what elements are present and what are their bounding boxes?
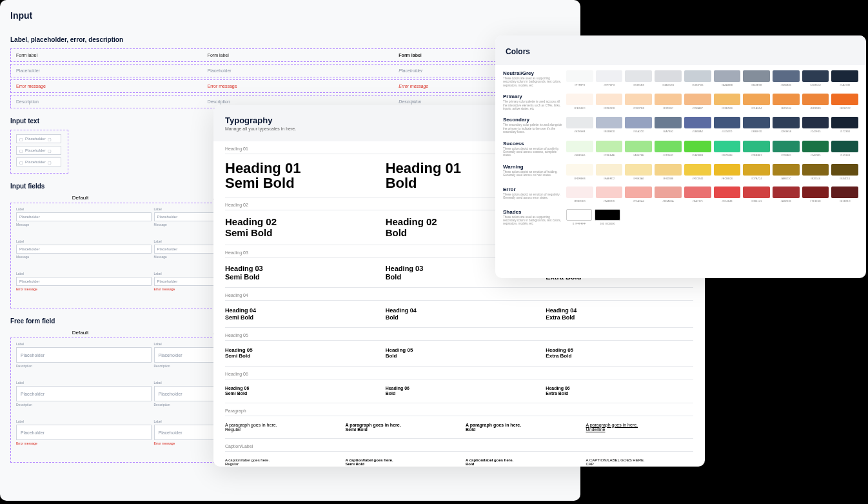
heading-03-semibold: Heading 03Semi Bold bbox=[225, 265, 373, 281]
swatch: #172334 bbox=[831, 117, 858, 133]
color-group-title: Warning bbox=[503, 164, 562, 170]
color-row-success: SuccessThese colors depict an emotion of… bbox=[503, 141, 858, 157]
input-text-field[interactable]: ▢Placeholder▢ bbox=[16, 157, 61, 166]
swatch: #3B4F70 bbox=[743, 117, 770, 133]
heading-06-semibold: Heading 06Semi Bold bbox=[225, 386, 373, 396]
color-chip bbox=[595, 209, 620, 221]
swatch: #2BBB81 bbox=[743, 141, 770, 157]
freeform-default[interactable]: Placeholder bbox=[16, 386, 152, 401]
type-section-label: Heading 06 bbox=[225, 367, 693, 379]
color-code: #5AD83B bbox=[692, 154, 703, 157]
swatch: #FDE5D0 bbox=[596, 94, 623, 110]
swatch: #EBF9E6 bbox=[566, 141, 593, 157]
swatch: #D04141 bbox=[743, 186, 770, 203]
color-chip bbox=[655, 141, 682, 152]
placeholder-text: Placeholder bbox=[208, 68, 373, 73]
color-code: #5B6BA2 bbox=[692, 130, 703, 133]
placeholder-text: Placeholder bbox=[16, 68, 182, 73]
color-chip bbox=[831, 94, 858, 105]
freeform-error-default[interactable]: Placeholder bbox=[16, 425, 152, 440]
swatch: #FDF8EB bbox=[566, 164, 593, 180]
color-code: 100 #000000 bbox=[600, 222, 615, 225]
heading-04-bold: Heading 04Bold bbox=[386, 307, 533, 321]
color-chip bbox=[714, 94, 741, 105]
swatch: #848E9B bbox=[743, 70, 770, 86]
paragraph-underline: A paragraph goes in here.Underline bbox=[586, 423, 694, 432]
color-chip bbox=[625, 141, 652, 152]
color-code: #228B65 bbox=[781, 154, 791, 157]
color-group-desc: These colors depict an emotion of positi… bbox=[503, 147, 562, 157]
error-text: Error message bbox=[208, 84, 373, 88]
type-section-label: Heading 04 bbox=[225, 288, 693, 301]
swatch: #D7A724 bbox=[743, 164, 770, 180]
input-field-error-default[interactable]: Placeholder bbox=[16, 277, 152, 286]
color-code: #D7A724 bbox=[751, 177, 762, 180]
swatch: #EDA49A bbox=[655, 186, 682, 203]
description-text: Description bbox=[16, 99, 182, 104]
swatch: #ED8539 bbox=[802, 94, 829, 110]
color-code: #F4D388 bbox=[663, 177, 673, 180]
heading-02-semibold: Heading 02Semi Bold bbox=[225, 217, 373, 238]
color-code: #145343 bbox=[840, 154, 850, 157]
input-field-default[interactable]: Placeholder bbox=[16, 212, 152, 221]
input-field-default[interactable]: Placeholder bbox=[16, 245, 152, 254]
color-code: #41567D bbox=[722, 130, 732, 133]
color-chip bbox=[831, 164, 858, 176]
swatch: #74DE62 bbox=[655, 141, 682, 157]
color-code: #3B4F70 bbox=[751, 130, 762, 133]
swatch: #2E3E58 bbox=[773, 117, 800, 133]
color-chip bbox=[802, 94, 829, 105]
color-code: #FEF4EC bbox=[574, 106, 586, 110]
color-chip bbox=[596, 164, 623, 176]
color-code: #B5BED0 bbox=[604, 130, 615, 133]
color-chip bbox=[566, 94, 593, 105]
color-group-title: Shades bbox=[503, 209, 562, 215]
color-code: #2D3C52 bbox=[810, 83, 821, 86]
color-chip bbox=[596, 70, 623, 82]
swatch: #C0EFAE bbox=[596, 141, 623, 157]
color-chip bbox=[802, 70, 829, 82]
input-text-field[interactable]: ▢Placeholder▢ bbox=[16, 146, 61, 155]
placeholder-row: Placeholder Placeholder Placeholder bbox=[10, 64, 570, 77]
color-chip bbox=[684, 70, 711, 82]
color-chip bbox=[625, 186, 652, 198]
swatch: #EF9244 bbox=[773, 94, 800, 110]
color-chip bbox=[596, 186, 623, 198]
color-code: #74DE62 bbox=[663, 154, 674, 157]
swatch: #F8E3A6 bbox=[625, 164, 652, 180]
color-group-desc: The secondary color palette is used alon… bbox=[503, 123, 562, 134]
type-section-label: Caption/Label bbox=[225, 439, 693, 452]
heading-04-extrabold: Heading 04Extra Bold bbox=[546, 307, 693, 321]
swatch: #FAEFD2 bbox=[596, 164, 623, 180]
color-chip bbox=[566, 117, 593, 128]
color-row-secondary: SecondaryThe secondary color palette is … bbox=[503, 117, 858, 134]
color-code: #E54848 bbox=[722, 199, 732, 203]
form-label-row: Form label Form label Form label bbox=[10, 48, 570, 62]
input-text-field[interactable]: ▢Placeholder▢ bbox=[16, 134, 61, 143]
freeform-default[interactable]: Placeholder bbox=[16, 347, 152, 363]
caption-cap: A CAPTION/LABEL GOES HERE.CAP bbox=[586, 458, 694, 466]
color-group-title: Secondary bbox=[503, 117, 562, 123]
color-chip bbox=[625, 117, 652, 128]
colors-panel: Colors Neutral/GreyThese colors are used… bbox=[495, 35, 866, 278]
color-group-desc: These colors are used as supporting seco… bbox=[503, 77, 562, 87]
swatch: #A8821C bbox=[773, 164, 800, 180]
panel-title: Input bbox=[10, 10, 570, 21]
color-chip bbox=[802, 141, 829, 152]
panel-header: Colors bbox=[495, 35, 866, 65]
heading-01-semibold: Heading 01Semi Bold bbox=[225, 161, 373, 190]
color-chip bbox=[714, 164, 741, 176]
color-code: #ED8539 bbox=[810, 106, 821, 110]
color-chip bbox=[684, 141, 711, 152]
paragraph-regular: A paragraph goes in here.Regular bbox=[225, 423, 333, 432]
color-code: #FDE5D0 bbox=[604, 106, 615, 110]
color-chip bbox=[625, 70, 652, 82]
panel-title: Colors bbox=[506, 47, 856, 56]
color-chip bbox=[684, 94, 711, 105]
color-group-title: Primary bbox=[503, 94, 562, 99]
color-chip bbox=[743, 164, 770, 176]
color-code: #FBECEC bbox=[574, 199, 586, 203]
heading-06-extrabold: Heading 06Extra Bold bbox=[546, 386, 693, 396]
swatch: #5AD83B bbox=[684, 141, 711, 157]
color-row-primary: PrimaryThe primary color palette is used… bbox=[503, 94, 858, 110]
